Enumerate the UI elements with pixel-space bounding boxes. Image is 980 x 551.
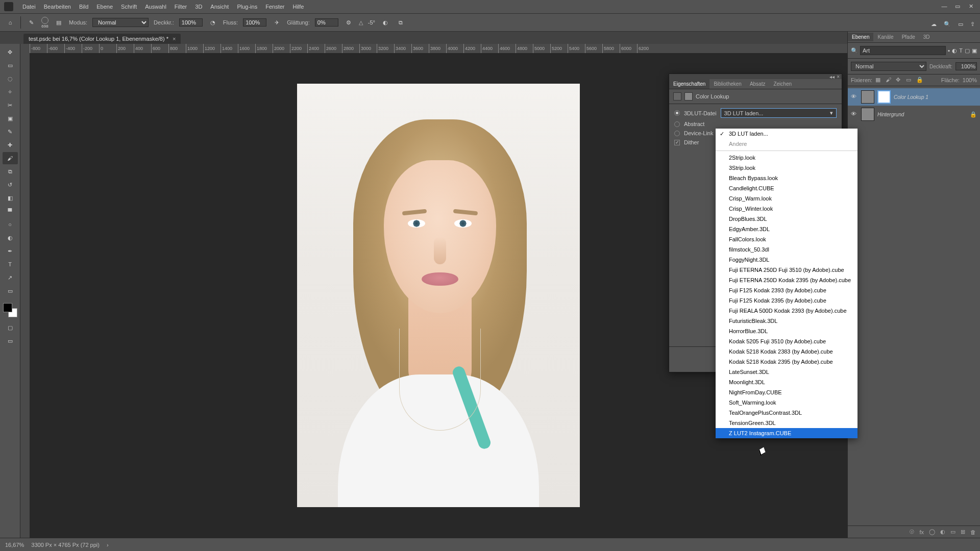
healing-tool-icon[interactable]: ✚ (3, 139, 18, 151)
dropdown-item[interactable]: Fuji ETERNA 250D Fuji 3510 (by Adobe).cu… (716, 265, 857, 275)
adjustment-icon[interactable]: ◐ (940, 529, 945, 535)
menu-item[interactable]: Auswahl (141, 4, 170, 10)
menu-item[interactable]: Filter (170, 4, 191, 10)
layer-mask-thumb[interactable] (877, 90, 891, 104)
3dlut-dropdown[interactable]: 3D LUT laden... ▾ (721, 108, 837, 118)
menu-item[interactable]: Bild (75, 4, 92, 10)
dropdown-item[interactable]: Crisp_Winter.look (716, 204, 857, 214)
share-icon[interactable]: ⇪ (970, 21, 975, 28)
opacity-field[interactable]: 100% (179, 18, 203, 27)
document-tab[interactable]: test.psdc bei 16,7% (Color Lookup 1, Ebe… (23, 34, 181, 44)
dropdown-item[interactable]: Fuji F125 Kodak 2395 (by Adobe).cube (716, 295, 857, 306)
menu-item[interactable]: Schrift (117, 4, 141, 10)
mask-icon[interactable]: ◯ (929, 529, 935, 535)
lock-trans-icon[interactable]: ▦ (875, 77, 883, 84)
menu-item[interactable]: Fenster (261, 4, 288, 10)
eyedropper-tool-icon[interactable]: ✎ (3, 126, 18, 138)
dropdown-item[interactable]: Kodak 5218 Kodak 2395 (by Adobe).cube (716, 357, 857, 367)
dropdown-item[interactable]: FuturisticBleak.3DL (716, 316, 857, 326)
panel-handle[interactable]: ◂◂ × (669, 74, 842, 79)
checkbox-dither[interactable]: ✓ (674, 140, 680, 145)
dropdown-item[interactable]: TealOrangePlusContrast.3DL (716, 408, 857, 418)
pressure-size-icon[interactable]: ◐ (380, 17, 390, 28)
filter-pixel-icon[interactable]: ▪ (948, 47, 950, 54)
dropdown-item[interactable]: Bleach Bypass.look (716, 173, 857, 183)
angle-value[interactable]: -5° (368, 19, 375, 26)
dropdown-item[interactable]: Crisp_Warm.look (716, 193, 857, 204)
menu-item[interactable]: Hilfe (288, 4, 308, 10)
quickmask-icon[interactable]: ▢ (3, 321, 18, 334)
dropdown-item[interactable]: 3Strip.look (716, 163, 857, 173)
frame-tool-icon[interactable]: ▣ (3, 112, 18, 124)
link-icon[interactable]: ⦾ (910, 529, 914, 535)
radio-3dlut[interactable] (674, 110, 680, 116)
group-icon[interactable]: ▭ (950, 529, 955, 535)
radio-devicelink[interactable] (674, 131, 680, 136)
panel-tab[interactable]: Eigenschaften (669, 79, 709, 89)
collapse-icon[interactable]: ◂◂ (829, 74, 835, 80)
close-icon[interactable]: × (837, 74, 840, 80)
menu-item[interactable]: Ebene (92, 4, 117, 10)
symmetry-icon[interactable]: ⧉ (396, 17, 406, 28)
history-brush-icon[interactable]: ↺ (3, 179, 18, 191)
workspace-icon[interactable]: ▭ (958, 21, 963, 28)
window-restore-icon[interactable]: ▭ (952, 3, 963, 10)
shape-tool-icon[interactable]: ▭ (3, 285, 18, 297)
stamp-tool-icon[interactable]: ⧉ (3, 165, 18, 178)
visibility-icon[interactable]: 👁 (851, 111, 858, 118)
dropdown-item[interactable]: 2Strip.look (716, 153, 857, 163)
panel-tab[interactable]: Absatz (746, 79, 770, 89)
dropdown-item[interactable]: Soft_Warming.look (716, 397, 857, 408)
pen-tool-icon[interactable]: ✒ (3, 245, 18, 257)
color-swatch[interactable] (3, 303, 17, 317)
trash-icon[interactable]: 🗑 (970, 529, 976, 535)
menu-item[interactable]: 3D (191, 4, 206, 10)
lock-all-icon[interactable]: 🔒 (916, 77, 923, 84)
chevron-right-icon[interactable]: › (107, 542, 109, 548)
layer-name[interactable]: Color Lookup 1 (894, 94, 977, 100)
pressure-opacity-icon[interactable]: ◔ (208, 17, 218, 28)
cloud-icon[interactable]: ☁ (931, 21, 937, 28)
window-minimize-icon[interactable]: — (939, 3, 949, 10)
dropdown-item[interactable]: LateSunset.3DL (716, 367, 857, 377)
layer-name[interactable]: Hintergrund (877, 112, 967, 117)
panel-tab[interactable]: Ebenen (848, 33, 873, 41)
dropdown-item[interactable]: FallColors.look (716, 234, 857, 244)
dropdown-item[interactable]: EdgyAmber.3DL (716, 224, 857, 234)
type-tool-icon[interactable]: T (3, 258, 18, 270)
dropdown-item[interactable]: Fuji REALA 500D Kodak 2393 (by Adobe).cu… (716, 306, 857, 316)
layer-row[interactable]: 👁Color Lookup 1 (848, 88, 980, 106)
window-close-icon[interactable]: ✕ (966, 3, 976, 10)
gear-icon[interactable]: ⚙ (344, 17, 354, 28)
dropdown-item[interactable]: Andere (716, 139, 857, 149)
fill-value[interactable]: 100% (963, 77, 977, 83)
dropdown-item[interactable]: filmstock_50.3dl (716, 244, 857, 255)
lock-paint-icon[interactable]: 🖌 (886, 77, 893, 84)
layer-blend-select[interactable]: Normal (851, 62, 926, 71)
dropdown-item[interactable]: Kodak 5218 Kodak 2383 (by Adobe).cube (716, 346, 857, 357)
smoothing-field[interactable]: 0% (315, 18, 338, 27)
gradient-tool-icon[interactable]: ▀ (3, 205, 18, 217)
move-tool-icon[interactable]: ✥ (3, 46, 18, 58)
opacity-value[interactable]: 100% (955, 62, 977, 70)
panel-tab[interactable]: 3D (919, 33, 934, 41)
dodge-tool-icon[interactable]: ◐ (3, 232, 18, 244)
filter-smart-icon[interactable]: ▣ (972, 47, 977, 54)
menu-item[interactable]: Plug-ins (233, 4, 261, 10)
panel-tab[interactable]: Bibliotheken (709, 79, 745, 89)
dropdown-item[interactable]: Fuji ETERNA 250D Kodak 2395 (by Adobe).c… (716, 275, 857, 285)
dropdown-item[interactable]: Moonlight.3DL (716, 377, 857, 387)
airbrush-icon[interactable]: ✈ (272, 17, 282, 28)
menu-item[interactable]: Datei (18, 4, 40, 10)
dropdown-item[interactable]: Fuji F125 Kodak 2393 (by Adobe).cube (716, 285, 857, 295)
brush-panel-icon[interactable]: ▤ (54, 17, 64, 28)
blur-tool-icon[interactable]: ○ (3, 218, 18, 231)
marquee-tool-icon[interactable]: ▭ (3, 59, 18, 71)
eraser-tool-icon[interactable]: ◧ (3, 192, 18, 204)
lock-move-icon[interactable]: ✥ (896, 77, 903, 84)
dropdown-item[interactable]: Kodak 5205 Fuji 3510 (by Adobe).cube (716, 336, 857, 346)
flow-field[interactable]: 100% (243, 18, 266, 27)
filter-shape-icon[interactable]: ▢ (965, 47, 970, 54)
lock-nest-icon[interactable]: ▭ (906, 77, 913, 84)
new-layer-icon[interactable]: ⊞ (961, 529, 965, 535)
